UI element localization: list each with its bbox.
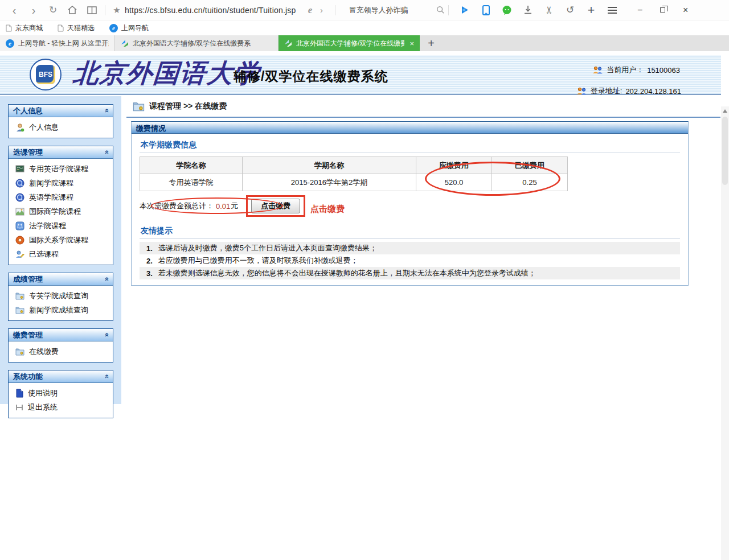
sidebar-item-selected-courses[interactable]: 已选课程 (15, 247, 110, 261)
sidebar-item-esp-courses[interactable]: 专用英语学院课程 (15, 162, 110, 176)
home-icon[interactable] (63, 5, 82, 15)
new-tab-button[interactable]: + (420, 35, 443, 51)
panel-header-grades[interactable]: 成绩管理 » (9, 273, 113, 286)
sidebar-item-online-payment[interactable]: 在线缴费 (15, 344, 110, 359)
search-input[interactable]: 冒充领导人孙诈骗 (349, 5, 436, 15)
users-icon (592, 66, 603, 74)
divider (105, 5, 105, 15)
toolbar-extensions: ✂ ↺ + (454, 0, 623, 20)
mobile-phone-icon[interactable] (476, 0, 497, 20)
panel-title: 个人信息 (13, 106, 43, 116)
tips-list: 1. 选课后请及时缴费，缴费5个工作日后请进入本页面查询缴费结果； 2. 若应缴… (140, 242, 680, 279)
minimize-button[interactable]: − (629, 0, 652, 20)
sidebar-item-logout[interactable]: 退出系统 (15, 400, 110, 414)
scrollbar-thumb[interactable] (722, 117, 728, 185)
tips-title: 友情提示 (140, 223, 680, 239)
sidebar-item-law-courses[interactable]: 法学院课程 (15, 219, 110, 233)
sidebar-item-instructions[interactable]: 使用说明 (15, 386, 110, 400)
bookmark-tmall[interactable]: 天猫精选 (58, 23, 95, 33)
document-icon (15, 389, 23, 398)
panel-header-payment[interactable]: 缴费管理 » (9, 329, 113, 341)
cell-college: 专用英语学院 (140, 174, 243, 191)
sidebar-panel-personal: 个人信息 » 个人信息 (8, 104, 113, 138)
collapse-chevron-icon[interactable]: » (102, 333, 110, 337)
tab-bfsu-1[interactable]: 北京外国语大学辅修/双学位在线缴费系 (115, 35, 279, 51)
collapse-chevron-icon[interactable]: » (102, 150, 110, 154)
collapse-chevron-icon[interactable]: » (102, 374, 110, 378)
forward-icon[interactable]: › (24, 1, 43, 20)
red-note-text: 点击缴费 (310, 204, 345, 215)
folder-key-icon (133, 101, 145, 112)
blackboard-icon (15, 165, 24, 173)
favorite-star-icon[interactable]: ★ (109, 5, 125, 15)
bfsu-logo: BFS (30, 59, 62, 90)
collapse-chevron-icon[interactable]: » (102, 277, 110, 281)
screenshot-scissors-icon[interactable]: ✂ (539, 0, 560, 20)
collapse-chevron-icon[interactable]: » (102, 109, 110, 113)
chat-sphere-icon (15, 193, 24, 202)
sidebar-item-business-courses[interactable]: 国际商学院课程 (15, 204, 110, 219)
page-scrollbar[interactable] (721, 106, 729, 560)
ie-compat-icon[interactable]: e (304, 5, 317, 16)
video-play-icon[interactable] (454, 0, 476, 20)
address-url[interactable]: https://cs.bfsu.edu.cn/tuition/student/T… (125, 6, 296, 15)
tip-text: 选课后请及时缴费，缴费5个工作日后请进入本页面查询缴费结果； (158, 243, 377, 253)
back-icon[interactable]: ‹ (5, 1, 24, 20)
folder-key-icon (15, 292, 24, 300)
divider (448, 5, 449, 15)
panel-header-system[interactable]: 系统功能 » (9, 370, 113, 383)
sidebar-panel-system: 系统功能 » 使用说明 退出系统 (8, 370, 113, 418)
tip-number: 3. (146, 269, 153, 278)
browser-window: ‹ › ↻ ★ https://cs.bfsu.edu.cn/tuition/s… (0, 0, 729, 560)
total-unit: 元 (231, 201, 238, 211)
pay-button[interactable]: 点击缴费 (251, 199, 300, 213)
sidebar-item-esp-grades[interactable]: 专英学院成绩查询 (15, 289, 110, 303)
sidebar-item-personal-info[interactable]: 个人信息 (15, 120, 110, 134)
sidebar: 个人信息 » 个人信息 选课管理 » (0, 96, 121, 404)
reading-mode-icon[interactable] (82, 6, 101, 15)
sidebar-item-label: 英语学院课程 (29, 192, 73, 203)
panel-title: 选课管理 (13, 147, 43, 158)
tab-close-icon[interactable]: × (409, 39, 414, 48)
panel-header-course[interactable]: 选课管理 » (9, 146, 113, 159)
sidebar-item-label: 专用英语学院课程 (29, 164, 88, 174)
wechat-chat-icon[interactable] (497, 0, 518, 20)
menu-icon[interactable] (602, 0, 623, 20)
sidebar-item-english-courses[interactable]: 英语学院课程 (15, 190, 110, 204)
sidebar-panel-payment: 缴费管理 » 在线缴费 (8, 328, 113, 363)
total-label: 本次需缴费金额总计： (140, 201, 214, 211)
tip-item: 2. 若应缴费用与已缴费用不一致，请及时联系我们补缴或退费； (140, 254, 680, 267)
sidebar-item-journalism-courses[interactable]: 新闻学院课程 (15, 176, 110, 190)
undo-history-icon[interactable]: ↺ (560, 0, 581, 20)
panel-title: 成绩管理 (13, 274, 43, 285)
login-address-line: 登录地址: 202.204.128.161 (576, 86, 681, 96)
refresh-icon[interactable]: ↻ (43, 1, 63, 20)
panel-header-personal[interactable]: 个人信息 » (9, 105, 113, 117)
cell-due: 520.0 (416, 174, 492, 191)
sidebar-item-ir-courses[interactable]: 国际关系学院课程 (15, 233, 110, 247)
search-box[interactable]: 冒充领导人孙诈骗 (349, 3, 445, 17)
tab-label: 北京外国语大学辅修/双学位在线缴费系 (133, 39, 272, 48)
cell-paid: 0.25 (492, 174, 568, 191)
restore-button[interactable] (652, 0, 674, 20)
payment-panel: 缴费情况 本学期缴费信息 学院名称 学期名称 应缴费用 已缴费用 专用英语学院 … (131, 121, 689, 286)
main-content: 课程管理 >> 在线缴费 缴费情况 本学期缴费信息 学院名称 学期名称 应缴费用… (121, 96, 721, 560)
add-icon[interactable]: + (581, 0, 602, 20)
window-controls: − × (629, 0, 697, 20)
address-chevron-icon[interactable]: › (317, 5, 327, 15)
tab-nav-home[interactable]: e 上网导航 - 轻快上网 从这里开始 (0, 35, 115, 51)
sidebar-item-label: 新闻学院成绩查询 (29, 305, 88, 315)
search-icon[interactable] (436, 6, 445, 14)
bookmark-nav[interactable]: e 上网导航 (109, 23, 149, 33)
table-header-row: 学院名称 学期名称 应缴费用 已缴费用 (140, 157, 568, 174)
page-icon (6, 24, 12, 32)
download-icon[interactable] (518, 0, 539, 20)
table-row: 专用英语学院 2015-2016学年第2学期 520.0 0.25 (140, 174, 568, 191)
tab-bfsu-2-active[interactable]: 北京外国语大学辅修/双学位在线缴费 × (279, 35, 420, 51)
folder-key-icon (15, 306, 24, 314)
sidebar-item-journalism-grades[interactable]: 新闻学院成绩查询 (15, 303, 110, 317)
current-user-label: 当前用户： (607, 65, 644, 75)
bookmark-jd[interactable]: 京东商城 (6, 23, 43, 33)
scroll-up-icon[interactable] (723, 109, 727, 113)
close-button[interactable]: × (674, 0, 697, 20)
